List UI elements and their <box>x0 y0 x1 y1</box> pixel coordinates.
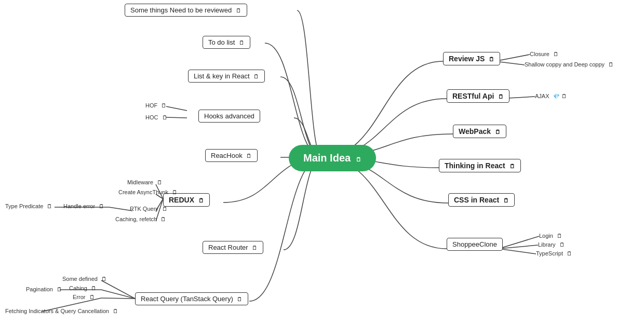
node-some-things[interactable]: Some things Need to be reviewed <box>125 4 247 17</box>
node-some-defined[interactable]: Some defined <box>62 275 107 282</box>
node-restful-api[interactable]: RESTful Api <box>447 89 509 103</box>
node-ajax[interactable]: AJAX <box>535 92 567 100</box>
node-cahing[interactable]: Cahing <box>69 285 97 292</box>
node-rtk-query[interactable]: RTK Query <box>130 205 168 212</box>
node-closure[interactable]: Closure <box>530 50 559 58</box>
node-thinking-react[interactable]: Thinking in React <box>439 159 521 172</box>
center-label: Main Idea <box>289 145 376 171</box>
node-react-router[interactable]: React Router <box>203 241 263 254</box>
node-css-react[interactable]: CSS in React <box>448 193 515 207</box>
node-type-predicate[interactable]: Type Predicate <box>5 203 52 210</box>
node-midleware[interactable]: Midleware <box>127 179 163 186</box>
node-hof[interactable]: HOF <box>145 102 167 109</box>
node-create-async[interactable]: Create AsyncThunk <box>118 188 178 196</box>
node-typescript[interactable]: TypeScript <box>536 250 572 257</box>
node-hooks-advanced[interactable]: Hooks advanced <box>198 110 260 123</box>
node-caching-refetch[interactable]: Caching, refetch <box>115 215 166 223</box>
node-fetching[interactable]: Fetching Indicators & Query Cancellation <box>5 307 118 315</box>
node-todo[interactable]: To do list <box>203 36 250 49</box>
node-library[interactable]: Library <box>538 241 565 248</box>
center-node[interactable]: Main Idea <box>289 145 376 171</box>
node-list-key[interactable]: List & key in React <box>188 70 265 83</box>
node-hoc[interactable]: HOC <box>145 114 168 121</box>
node-webpack[interactable]: WebPack <box>453 125 506 138</box>
node-react-query[interactable]: React Query (TanStack Query) <box>135 292 248 305</box>
node-pagination[interactable]: Pagination <box>26 286 62 293</box>
node-error[interactable]: Error <box>73 293 95 301</box>
node-review-js[interactable]: Review JS <box>443 52 500 65</box>
node-reachook[interactable]: ReacHook <box>205 149 258 162</box>
node-login[interactable]: Login <box>539 232 562 239</box>
node-shoppee-clone[interactable]: ShoppeeClone <box>447 238 503 251</box>
node-shallow-deep[interactable]: Shallow coppy and Deep coppy <box>525 61 614 68</box>
node-handle-error[interactable]: Handle error <box>63 203 104 210</box>
